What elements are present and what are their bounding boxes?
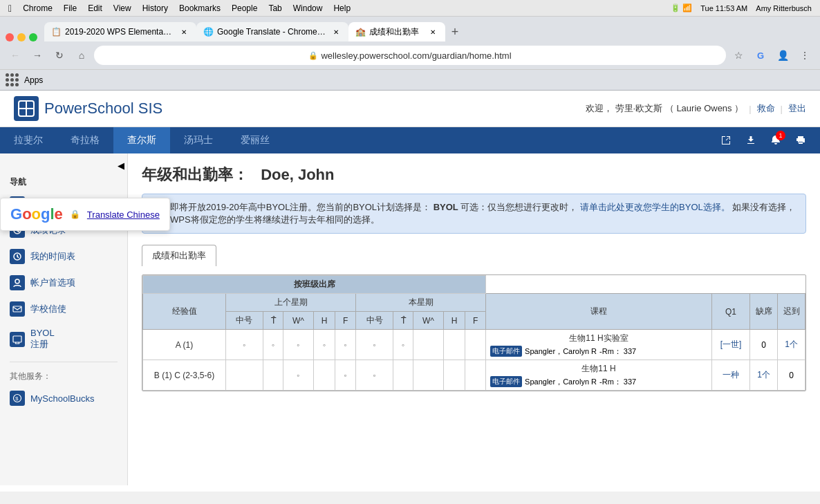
tw-thu-1 [443, 330, 465, 360]
sidebar-byol-label: BYOL注册 [30, 328, 55, 351]
menu-dots-button[interactable]: ⋮ [795, 46, 814, 65]
sidebar-timetable-label: 我的时间表 [30, 250, 75, 263]
student-tab-qilag[interactable]: 奇拉格 [57, 127, 113, 153]
sidebar-collapse[interactable]: ◀ [0, 160, 127, 171]
q1-cell-2[interactable]: 一种 [712, 360, 750, 391]
grades-attendance-tab[interactable]: 成绩和出勤率 [142, 245, 216, 266]
svg-text:$: $ [15, 395, 19, 402]
menu-view[interactable]: View [113, 3, 131, 13]
apple-menu[interactable]:  [8, 3, 12, 14]
logout-link[interactable]: 登出 [788, 102, 806, 115]
tw-wed-1 [413, 330, 444, 360]
page-title: 年级和出勤率： Doe, John [142, 165, 806, 185]
period-cell-2: B (1) C (2-3,5-6) [143, 360, 226, 391]
translate-link[interactable]: Translate Chinese [87, 209, 160, 220]
ps-logo: PowerSchool SIS [14, 96, 162, 121]
download-icon[interactable] [740, 129, 762, 151]
room-label-1: -Rm： 337 [599, 346, 636, 357]
lw-wed-2: ◦ [283, 360, 314, 391]
sidebar-item-myschoolbucks[interactable]: $ MySchoolBucks [0, 385, 127, 411]
ps-header: PowerSchool SIS 欢迎， 劳里·欧文斯 （ Laurie Owen… [0, 91, 820, 127]
lw-fri-2: ◦ [335, 360, 356, 391]
q1-cell-1[interactable]: [一世] [712, 330, 750, 360]
lw-tue-2 [263, 360, 283, 391]
email-button-2[interactable]: 电子邮件 [490, 376, 522, 387]
bookmark-button[interactable]: ☆ [729, 46, 748, 65]
menu-bookmarks[interactable]: Bookmarks [179, 3, 221, 13]
browser-chrome: 📋 2019-2020 WPS Elementary H... ✕ 🌐 Goog… [0, 17, 820, 91]
byol-change-link[interactable]: 请单击此处更改您学生的BYOL选择。 [580, 202, 730, 212]
absent-cell-2[interactable]: 1个 [750, 360, 778, 391]
menu-chrome[interactable]: Chrome [23, 3, 53, 13]
tw-fri-header: F [465, 312, 486, 330]
profile-button[interactable]: 👤 [773, 46, 792, 65]
tab-1-close[interactable]: ✕ [178, 26, 189, 37]
lw-fri-header: F [335, 312, 356, 330]
late-col-header: 迟到 [778, 294, 805, 330]
sidebar-divider [10, 362, 118, 362]
student-tabs: 拉斐尔 奇拉格 查尔斯 汤玛士 爱丽丝 [0, 127, 283, 153]
apps-bar: Apps [0, 69, 820, 90]
external-link-icon[interactable] [715, 129, 737, 151]
apps-grid-icon[interactable] [6, 73, 19, 86]
table-row: A (1) ◦ ◦ ◦ ◦ ◦ ◦ ◦ 生物11 [143, 330, 805, 360]
tab-2-close[interactable]: ✕ [330, 26, 342, 37]
sidebar-prefs-label: 帐户首选项 [30, 277, 75, 289]
lw-fri-1: ◦ [335, 330, 356, 360]
tw-mon-2: ◦ [356, 360, 393, 391]
student-nav-icons: 1 [715, 129, 820, 151]
reload-button[interactable]: ↻ [50, 46, 69, 65]
menu-help[interactable]: Help [333, 3, 351, 13]
sidebar-item-byol[interactable]: BYOL注册 [0, 322, 127, 356]
student-name: Doe, John [261, 166, 334, 183]
home-button[interactable]: ⌂ [72, 46, 91, 65]
lock-icon: 🔒 [70, 209, 80, 219]
student-tab-chaersi[interactable]: 查尔斯 [113, 127, 170, 153]
menu-window[interactable]: Window [293, 3, 323, 13]
student-tab-ailis[interactable]: 爱丽丝 [227, 127, 283, 153]
tab-3[interactable]: 🏫 成绩和出勤率 ✕ [348, 22, 445, 41]
new-tab-button[interactable]: + [445, 22, 465, 41]
tab-1[interactable]: 📋 2019-2020 WPS Elementary H... ✕ [44, 22, 196, 41]
os-bar-right: 🔋 📶 Tue 11:53 AM Amy Ritterbusch [671, 3, 812, 12]
late-cell-1[interactable]: 1个 [778, 330, 805, 360]
table-row: B (1) C (2-3,5-6) ◦ ◦ ◦ [143, 360, 805, 391]
svg-point-9 [15, 279, 19, 283]
svg-rect-11 [13, 336, 21, 342]
tab-1-favicon: 📋 [51, 27, 61, 37]
sidebar-item-schoolmail[interactable]: 学校信使 [0, 296, 127, 322]
maximize-window-button[interactable] [29, 33, 37, 41]
menu-people[interactable]: People [232, 3, 257, 13]
translate-icon[interactable]: G [751, 46, 770, 65]
close-window-button[interactable] [6, 33, 14, 41]
student-tab-tangmas[interactable]: 汤玛士 [170, 127, 227, 153]
menu-history[interactable]: History [142, 3, 168, 13]
address-icons: ☆ G 👤 ⋮ [729, 46, 814, 65]
menu-file[interactable]: File [64, 3, 77, 13]
lw-wed-1: ◦ [283, 330, 314, 360]
back-button[interactable]: ← [6, 46, 25, 65]
tab-2[interactable]: 🌐 Google Translate - Chrome We... ✕ [196, 22, 348, 41]
tw-wed-2 [413, 360, 444, 391]
q1-col-header: Q1 [712, 294, 750, 330]
minimize-window-button[interactable] [17, 33, 26, 41]
course-name-2: 生物11 H [490, 363, 707, 375]
tab-3-close[interactable]: ✕ [427, 26, 438, 37]
email-button-1[interactable]: 电子邮件 [490, 346, 522, 357]
notification-icon[interactable]: 1 [765, 129, 787, 151]
forward-button[interactable]: → [28, 46, 47, 65]
tab-2-title: Google Translate - Chrome We... [217, 27, 326, 37]
print-icon[interactable] [790, 129, 812, 151]
username: Amy Ritterbusch [756, 4, 812, 12]
help-link[interactable]: 救命 [757, 102, 775, 115]
welcome-text: 欢迎， 劳里·欧文斯 （ Laurie Owens ） [586, 102, 743, 115]
sidebar-schoolmail-label: 学校信使 [30, 303, 66, 315]
sidebar-item-prefs[interactable]: 帐户首选项 [0, 270, 127, 296]
translate-popup[interactable]: Google 🔒 Translate Chinese [0, 198, 170, 231]
sidebar-item-timetable[interactable]: 我的时间表 [0, 243, 127, 270]
student-tab-lazier[interactable]: 拉斐尔 [0, 127, 57, 153]
menu-edit[interactable]: Edit [88, 3, 102, 13]
url-bar[interactable]: 🔒 wellesley.powerschool.com/guardian/hom… [94, 46, 726, 65]
header-divider2: | [781, 104, 783, 114]
menu-tab[interactable]: Tab [268, 3, 281, 13]
